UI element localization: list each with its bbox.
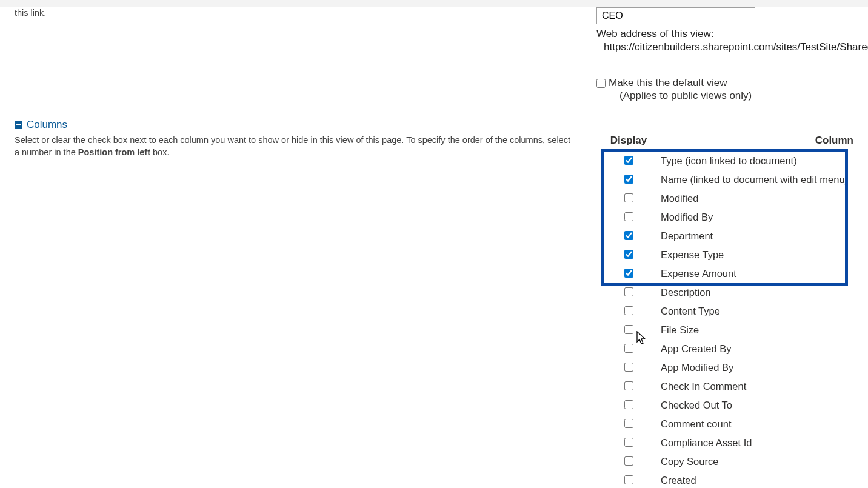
column-name-label: Expense Type	[661, 249, 724, 261]
columns-list: Type (icon linked to document)Name (link…	[596, 152, 853, 488]
top-bar	[0, 0, 868, 7]
column-row: Name (linked to document with edit menu)	[596, 170, 853, 189]
column-row: Created	[596, 471, 853, 488]
column-row: Expense Amount	[596, 264, 853, 283]
columns-section-header[interactable]: Columns	[15, 119, 853, 131]
column-row: Modified By	[596, 208, 853, 227]
column-display-checkbox[interactable]	[624, 212, 633, 221]
column-name-label: Modified	[661, 193, 698, 204]
default-view-checkbox[interactable]	[596, 79, 606, 88]
column-display-checkbox[interactable]	[624, 250, 633, 259]
column-row: Copy Source	[596, 452, 853, 471]
name-section: this link. Web address of this view: htt…	[15, 7, 853, 102]
column-display-checkbox[interactable]	[624, 400, 633, 409]
columns-description: Select or clear the check box next to ea…	[15, 135, 572, 158]
column-display-checkbox[interactable]	[624, 325, 633, 334]
column-display-checkbox[interactable]	[624, 363, 633, 372]
name-description-fragment: this link.	[15, 7, 572, 19]
column-name-label: Comment count	[661, 418, 731, 430]
column-name-label: App Modified By	[661, 362, 733, 373]
column-display-checkbox[interactable]	[624, 419, 633, 428]
columns-desc-bold: Position from left	[78, 147, 150, 157]
header-display: Display	[596, 135, 661, 147]
column-name-label: Checked Out To	[661, 399, 732, 411]
collapse-icon	[15, 121, 22, 129]
column-display-checkbox[interactable]	[624, 231, 633, 240]
column-row: Content Type	[596, 302, 853, 321]
column-display-checkbox[interactable]	[624, 287, 633, 296]
column-row: App Modified By	[596, 358, 853, 377]
column-row: App Created By	[596, 339, 853, 358]
column-display-checkbox[interactable]	[624, 175, 633, 184]
web-address-url: https://citizenbuilders.sharepoint.com/s…	[596, 41, 853, 53]
column-name-label: File Size	[661, 324, 699, 336]
column-name-label: Created	[661, 475, 696, 486]
column-name-label: Description	[661, 287, 711, 298]
header-column-name: Column	[815, 135, 853, 147]
column-display-checkbox[interactable]	[624, 438, 633, 447]
column-display-checkbox[interactable]	[624, 381, 633, 390]
column-display-checkbox[interactable]	[624, 306, 633, 315]
column-name-label: Copy Source	[661, 456, 718, 467]
column-name-label: Type (icon linked to document)	[661, 155, 797, 167]
column-row: Checked Out To	[596, 396, 853, 415]
default-view-label[interactable]: Make this the default view	[609, 77, 727, 89]
column-row: File Size	[596, 321, 853, 339]
column-display-checkbox[interactable]	[624, 269, 633, 278]
column-name-label: Department	[661, 230, 713, 242]
column-name-label: Check In Comment	[661, 381, 746, 392]
column-row: Expense Type	[596, 246, 853, 264]
default-view-note: (Applies to public views only)	[609, 90, 752, 102]
column-row: Compliance Asset Id	[596, 433, 853, 452]
column-name-label: Name (linked to document with edit menu)	[661, 174, 848, 186]
columns-table-header: Display Column	[596, 135, 853, 147]
column-display-checkbox[interactable]	[624, 156, 633, 165]
column-display-checkbox[interactable]	[624, 344, 633, 353]
column-display-checkbox[interactable]	[624, 475, 633, 484]
column-row: Comment count	[596, 415, 853, 433]
column-row: Check In Comment	[596, 377, 853, 396]
column-display-checkbox[interactable]	[624, 193, 633, 202]
column-row: Type (icon linked to document)	[596, 152, 853, 170]
columns-desc-part2: box.	[150, 147, 169, 157]
column-display-checkbox[interactable]	[624, 456, 633, 466]
column-name-label: Expense Amount	[661, 268, 736, 279]
column-name-label: App Created By	[661, 343, 731, 355]
column-row: Description	[596, 283, 853, 302]
web-address-label: Web address of this view:	[596, 28, 853, 40]
column-row: Modified	[596, 189, 853, 208]
columns-section-title: Columns	[27, 119, 67, 131]
column-name-label: Content Type	[661, 306, 720, 317]
column-name-label: Modified By	[661, 212, 713, 223]
column-row: Department	[596, 227, 853, 246]
view-name-input[interactable]	[596, 7, 755, 24]
column-name-label: Compliance Asset Id	[661, 437, 752, 449]
